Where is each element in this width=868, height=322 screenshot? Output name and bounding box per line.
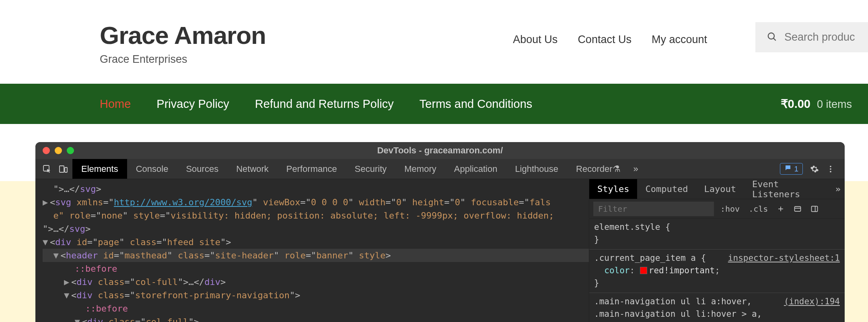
search-input[interactable] (784, 31, 857, 43)
site-branding: Grace Amaron Grace Enterprises (100, 22, 266, 66)
nav-terms[interactable]: Terms and Conditions (420, 97, 532, 111)
site-header: Grace Amaron Grace Enterprises About Us … (0, 0, 868, 84)
primary-nav-bar: Home Privacy Policy Refund and Returns P… (0, 84, 868, 124)
cart-price: ₹0.00 (781, 97, 810, 111)
nav-account[interactable]: My account (652, 33, 707, 46)
svg-line-1 (773, 38, 775, 40)
site-tagline: Grace Enterprises (100, 53, 266, 66)
cart-items: 0 items (817, 98, 852, 111)
search-box[interactable] (755, 22, 868, 52)
nav-privacy[interactable]: Privacy Policy (156, 97, 229, 111)
site-header-inner: Grace Amaron Grace Enterprises About Us … (0, 22, 868, 66)
top-nav: About Us Contact Us My account (513, 22, 707, 46)
cart-link[interactable]: ₹0.00 0 items (781, 97, 868, 111)
nav-home[interactable]: Home (100, 97, 131, 111)
nav-contact[interactable]: Contact Us (578, 33, 631, 46)
primary-nav: Home Privacy Policy Refund and Returns P… (100, 97, 532, 111)
search-icon (767, 31, 777, 43)
nav-about[interactable]: About Us (513, 33, 557, 46)
svg-point-0 (768, 33, 774, 39)
site-title[interactable]: Grace Amaron (100, 22, 266, 48)
nav-refund[interactable]: Refund and Returns Policy (255, 97, 394, 111)
